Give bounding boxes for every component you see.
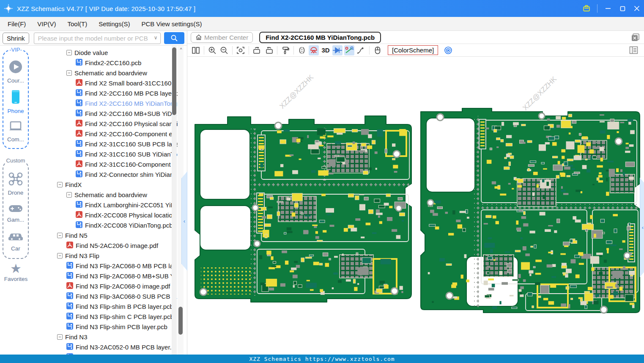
collapse-toggle-icon[interactable]: − — [57, 182, 63, 187]
tree-group-row[interactable]: −Schematic and boardview — [32, 190, 171, 200]
pcb-file-icon — [76, 59, 82, 67]
tree-file-row[interactable]: Find X2-2CC160 MB+SUB YiDia — [32, 108, 171, 118]
collapse-toggle-icon[interactable]: − — [57, 253, 63, 258]
tree-item-label: Find X2-31CC160-Component e — [85, 161, 176, 168]
collapse-tree-handle[interactable]: ‹ — [181, 171, 187, 271]
tree-item-label: Find X2-2CC160 MB+SUB YiDia — [85, 110, 177, 117]
maximize-button[interactable] — [615, 0, 630, 17]
tree-file-row[interactable]: FindX-2CC008 Physical location — [32, 210, 171, 220]
menu-item-tool-t[interactable]: Tool(T) — [68, 20, 88, 28]
sidebar-item-cour[interactable]: Cour... — [7, 60, 24, 84]
tree-file-row[interactable]: Find X2-31CC160 SUB PCB laye — [32, 139, 171, 149]
search-input[interactable] — [34, 33, 161, 44]
license-icon[interactable] — [579, 0, 594, 17]
rotate-left-icon[interactable] — [252, 45, 262, 55]
close-button[interactable] — [630, 0, 644, 17]
sidebar-item-label: Car — [11, 245, 20, 252]
tree-item-label: Find X2-Connector shim YiDian — [85, 171, 173, 178]
sidebar-item-gam[interactable]: Gam... — [7, 204, 25, 223]
tree-item-label: Find N3 Flip-shim PCB layer.pcb — [76, 323, 167, 330]
tree-file-row[interactable]: Find X2-2CC160-Component ex — [32, 129, 171, 139]
tree-file-row[interactable]: FindX Lamborghini-2CC051 YiD — [32, 200, 171, 210]
close-all-tabs-icon[interactable] — [631, 33, 640, 42]
sidebar-item-phone[interactable]: Phone — [7, 89, 24, 114]
search-button[interactable] — [164, 32, 184, 44]
tree-item-label: Find X2-2CC160 MB PCB layer.p — [85, 90, 179, 97]
pcb-file-icon — [66, 313, 73, 321]
colorscheme-button[interactable]: [ColorScheme] — [388, 45, 438, 55]
tree-file-row[interactable]: FindX-2CC008 YiDianTong.pcb — [32, 220, 171, 230]
layer-panel-icon[interactable] — [629, 46, 638, 54]
minimize-button[interactable] — [601, 0, 615, 17]
collapse-toggle-icon[interactable]: − — [66, 70, 72, 76]
target-rings-icon[interactable] — [444, 46, 452, 55]
zoom-in-icon[interactable] — [207, 45, 217, 55]
menu-item-pcb-view-settings-s[interactable]: PCB View settings(S) — [141, 20, 202, 28]
tree-group-row[interactable]: −Diode value — [32, 47, 171, 58]
sidebar-item-car[interactable]: Car — [8, 231, 24, 252]
tree-file-row[interactable]: Find N3 Flip-shim C PCB layer.pcb — [32, 311, 171, 322]
tree-file-row[interactable]: Find X2-2CC160 Physical scanni — [32, 118, 171, 129]
tree-file-row[interactable]: Find X2-Connector shim YiDian — [32, 169, 171, 179]
mouse-icon[interactable] — [373, 45, 383, 55]
tree-file-row[interactable]: Find N3 Flip-2AC068-0 MB+SUB Yi — [32, 271, 171, 281]
menu-item-settings-s[interactable]: Settings(S) — [99, 20, 130, 28]
tree-file-row[interactable]: Find N5-2AC206-0 image.pdf — [32, 240, 171, 250]
tree-file-row[interactable]: Find X2-2CC160 MB YiDianTong — [32, 98, 171, 108]
diode-icon[interactable] — [332, 45, 343, 55]
tree-file-row[interactable]: Find X2-31CC160-Component e — [32, 159, 171, 169]
tab-active-pcb[interactable]: Find X2-2CC160 MB YiDianTong.pcb — [259, 32, 381, 43]
sidebar-item-com[interactable]: Com... — [7, 120, 24, 143]
zoom-out-icon[interactable] — [219, 45, 229, 55]
tree-file-row[interactable]: Find N3-2AC052-0 MB PCB layer.p — [32, 342, 171, 352]
member-center-button[interactable]: Member Center — [191, 32, 253, 43]
pdf-file-icon — [76, 120, 82, 128]
menu-item-file-f[interactable]: File(F) — [8, 20, 26, 28]
scrollbar-up-arrow[interactable]: ^ — [178, 47, 184, 52]
tree-group-row[interactable]: −Schematic and boardview — [32, 68, 171, 78]
tree-item-label: Find N3-2AC052-0 MB PCB layer.p — [76, 344, 175, 351]
mirror-flip-icon[interactable] — [297, 45, 307, 55]
tree-file-row[interactable]: Find N3 Flip-shim PCB layer.pcb — [32, 322, 171, 332]
collapse-toggle-icon[interactable]: − — [57, 334, 63, 340]
pdf-file-icon — [76, 130, 82, 138]
tree-item-label: Find X2-2CC160 MB YiDianTong — [85, 100, 177, 107]
collapse-right-handle[interactable]: ‹ — [640, 178, 644, 277]
tree-file-row[interactable]: Findx2-2CC160.pcb — [32, 58, 171, 68]
tree-file-row[interactable]: Find X2-31CC160 SUB YiDianTo — [32, 149, 171, 159]
collapse-toggle-icon[interactable]: − — [66, 50, 72, 55]
tree-file-row[interactable]: Find N3 Flip-shim B PCB layer.pcb — [32, 301, 171, 311]
sidebar-item-drone[interactable]: Drone — [8, 172, 24, 196]
tree-file-row[interactable]: Find N3 Flip-3AC068-0 SUB PCB la — [32, 291, 171, 301]
curve-icon[interactable] — [356, 45, 366, 55]
pdf-file-icon — [66, 282, 73, 290]
tree-scrollbar-thumb[interactable] — [172, 47, 176, 115]
tree-item-label: Find X2-31CC160 SUB PCB laye — [85, 140, 179, 148]
tree-group-row[interactable]: −Find N5 — [32, 230, 171, 240]
threed-label[interactable]: 3D — [321, 45, 331, 55]
fit-screen-icon[interactable] — [236, 45, 246, 55]
tree-file-row[interactable]: Find X2-2CC160 MB PCB layer.p — [32, 88, 171, 98]
lamp-icon[interactable] — [309, 45, 319, 55]
rotate-right-icon[interactable] — [264, 45, 274, 55]
chevron-down-icon[interactable]: ∨ — [154, 35, 158, 41]
collapse-toggle-icon[interactable]: − — [66, 192, 72, 198]
menubar: File(F)VIP(V)Tool(T)Settings(S)PCB View … — [0, 17, 644, 31]
tree-file-row[interactable]: Find X2 Small board-31CC160 h — [32, 78, 171, 88]
sidebar-item-favorites[interactable]: ★ Favorites — [0, 262, 32, 282]
shrink-button[interactable]: Shrink — [3, 33, 29, 44]
split-view[interactable] — [191, 45, 201, 55]
pcb-canvas[interactable]: XZZ@XZZHKXZZ@XZZHK — [187, 57, 644, 355]
tree-file-row[interactable]: Find N3 Flip-2AC068-0 image.pdf — [32, 281, 171, 291]
tree-group-row[interactable]: −FindX — [32, 179, 171, 190]
paint-roller-icon[interactable] — [280, 45, 290, 55]
measure-icon[interactable] — [344, 45, 354, 55]
tree-item-label: Find N3 Flip — [65, 252, 99, 259]
panel-scrollbar-thumb[interactable] — [178, 307, 183, 335]
app-window: XZZ Schematics V4.77 [ VIP Due date: 202… — [0, 0, 644, 363]
collapse-toggle-icon[interactable]: − — [57, 233, 63, 238]
menu-item-vip-v[interactable]: VIP(V) — [37, 20, 56, 28]
tree-group-row[interactable]: −Find N3 — [32, 332, 171, 342]
tree-group-row[interactable]: −Find N3 Flip — [32, 250, 171, 261]
tree-file-row[interactable]: Find N3 Flip-2AC068-0 MB PCB lay — [32, 261, 171, 271]
